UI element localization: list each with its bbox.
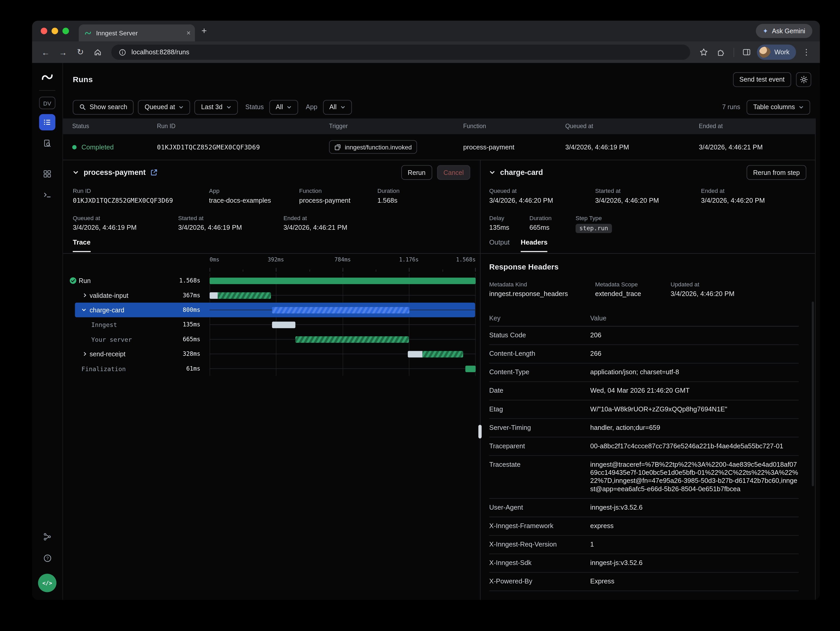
minimize-window-button[interactable] [52, 28, 58, 34]
close-window-button[interactable] [41, 28, 47, 34]
help-icon[interactable]: ? [39, 550, 55, 566]
app-link[interactable]: trace-docs-examples [209, 197, 271, 204]
trace-axis: 0ms 392ms 784ms 1.176s 1.568s [210, 256, 475, 272]
home-icon[interactable] [91, 45, 105, 59]
sidebar-divider [39, 90, 55, 91]
table-columns-dropdown[interactable]: Table columns [747, 100, 810, 114]
show-search-button[interactable]: Show search [73, 100, 134, 114]
collapse-chevron-icon[interactable] [489, 169, 495, 176]
extensions-puzzle-icon[interactable] [714, 45, 728, 59]
forward-icon[interactable]: → [56, 45, 70, 59]
header-row: X-Powered-ByExpress [489, 572, 799, 591]
trace-waterfall: Run 1.568s validate-input 367ms [63, 274, 480, 376]
time-range-dropdown[interactable]: Last 3d [194, 100, 238, 114]
rerun-button[interactable]: Rerun [401, 165, 432, 180]
step-type-label: Step Type [576, 215, 612, 221]
col-status: Status [72, 119, 89, 134]
trigger-name: inngest/function.invoked [345, 144, 412, 150]
svg-text:?: ? [46, 556, 48, 561]
sidebar-item-runs[interactable] [39, 114, 55, 130]
window-controls [41, 28, 69, 34]
tab-strip: Inngest Server × + ✦ Ask Gemini [32, 21, 820, 41]
profile-label: Work [775, 48, 789, 56]
step-ended-at-value: 3/4/2026, 4:46:20 PM [701, 197, 765, 204]
tab-trace[interactable]: Trace [73, 239, 90, 252]
trace-row-validate-input[interactable]: validate-input 367ms [63, 288, 480, 302]
dev-tools-button[interactable]: </> [38, 574, 56, 592]
trigger-badge[interactable]: inngest/function.invoked [329, 140, 417, 153]
inngest-favicon-icon [84, 29, 92, 36]
chevron-down-icon [179, 104, 184, 109]
browser-window: Inngest Server × + ✦ Ask Gemini ← → ↻ lo… [32, 21, 820, 599]
header-row: X-Inngest-Frameworkexpress [489, 517, 799, 536]
trace-row-run[interactable]: Run 1.568s [63, 274, 480, 288]
main-content: Runs Send test event Show search [63, 63, 820, 599]
chevron-down-icon [287, 104, 292, 109]
profile-button[interactable]: Work [757, 44, 796, 60]
ask-gemini-button[interactable]: ✦ Ask Gemini [756, 24, 812, 38]
col-function: Function [463, 119, 486, 134]
settings-gear-button[interactable] [796, 72, 812, 87]
scrollbar-thumb[interactable] [812, 302, 814, 486]
reload-icon[interactable]: ↻ [73, 45, 87, 59]
trace-row-charge-card[interactable]: charge-card 800ms [63, 302, 480, 317]
queued-at-label: Queued at [73, 215, 137, 221]
new-tab-button[interactable]: + [202, 26, 207, 35]
tab-headers[interactable]: Headers [521, 239, 548, 252]
app-filter-value: All [329, 103, 336, 111]
chevron-right-icon[interactable] [83, 352, 88, 357]
run-id-value: 01KJXD1TQCZ852GMEX0CQF3D69 [73, 197, 173, 204]
header-row: Status Code206 [489, 326, 799, 345]
sidebar-item-apps[interactable] [39, 166, 55, 182]
tab-output[interactable]: Output [489, 239, 510, 251]
function-link[interactable]: process-payment [299, 197, 351, 204]
cancel-button[interactable]: Cancel [437, 165, 470, 180]
back-icon[interactable]: ← [38, 45, 52, 59]
panel-resize-handle[interactable] [478, 425, 482, 438]
collapse-chevron-icon[interactable] [73, 169, 79, 176]
trace-bar [422, 351, 463, 357]
browser-menu-icon[interactable]: ⋮ [799, 45, 813, 59]
zoom-window-button[interactable] [62, 28, 69, 34]
trace-row-send-receipt[interactable]: send-receipt 328ms [63, 347, 480, 361]
response-headers-heading: Response Headers [489, 263, 559, 271]
site-info-icon[interactable] [118, 48, 126, 56]
bookmark-star-icon[interactable] [697, 45, 711, 59]
side-panel-icon[interactable] [740, 45, 754, 59]
env-badge[interactable]: DV [39, 96, 55, 109]
axis-label: 392ms [268, 256, 284, 263]
sidebar-item-events[interactable] [39, 135, 55, 152]
trace-row-inngest[interactable]: Inngest 135ms [63, 317, 480, 332]
tab-close-icon[interactable]: × [186, 29, 191, 36]
chevron-down-icon[interactable] [82, 307, 87, 312]
check-circle-icon [69, 277, 77, 284]
share-icon[interactable] [39, 528, 55, 545]
app-filter-dropdown[interactable]: All [323, 100, 352, 114]
external-link-icon[interactable] [151, 169, 158, 176]
rerun-from-step-button[interactable]: Rerun from step [747, 165, 806, 180]
step-queued-at-label: Queued at [489, 187, 553, 194]
status-dot-icon [72, 145, 77, 149]
runs-table-header: Status Run ID Trigger Function Queued at… [63, 119, 815, 134]
send-test-event-button[interactable]: Send test event [733, 72, 791, 87]
show-search-label: Show search [90, 103, 127, 111]
status-filter-label: Status [245, 103, 264, 111]
search-icon [79, 104, 86, 110]
queued-at-dropdown[interactable]: Queued at [138, 100, 190, 114]
table-row[interactable]: Completed 01KJXD1TQCZ852GMEX0CQF3D69 inn… [63, 134, 815, 160]
address-bar[interactable]: localhost:8288/runs [111, 44, 690, 60]
sidebar-item-functions[interactable] [39, 187, 55, 203]
step-queued-at-value: 3/4/2026, 4:46:20 PM [489, 197, 553, 204]
headers-table-header: Key Value [489, 310, 799, 327]
browser-toolbar: ← → ↻ localhost:8288/runs [32, 41, 820, 63]
status-filter-dropdown[interactable]: All [269, 100, 298, 114]
trace-bar [466, 365, 476, 372]
trace-row-your-server[interactable]: Your server 665ms [63, 332, 480, 346]
runs-count: 7 runs [722, 103, 740, 111]
browser-tab[interactable]: Inngest Server × [79, 24, 195, 41]
queued-at-value: 3/4/2026, 4:46:19 PM [73, 224, 137, 231]
trace-bar-delay [210, 292, 218, 299]
axis-label: 784ms [335, 256, 351, 263]
trace-row-finalization[interactable]: Finalization 61ms [63, 361, 480, 376]
chevron-right-icon[interactable] [83, 293, 88, 298]
